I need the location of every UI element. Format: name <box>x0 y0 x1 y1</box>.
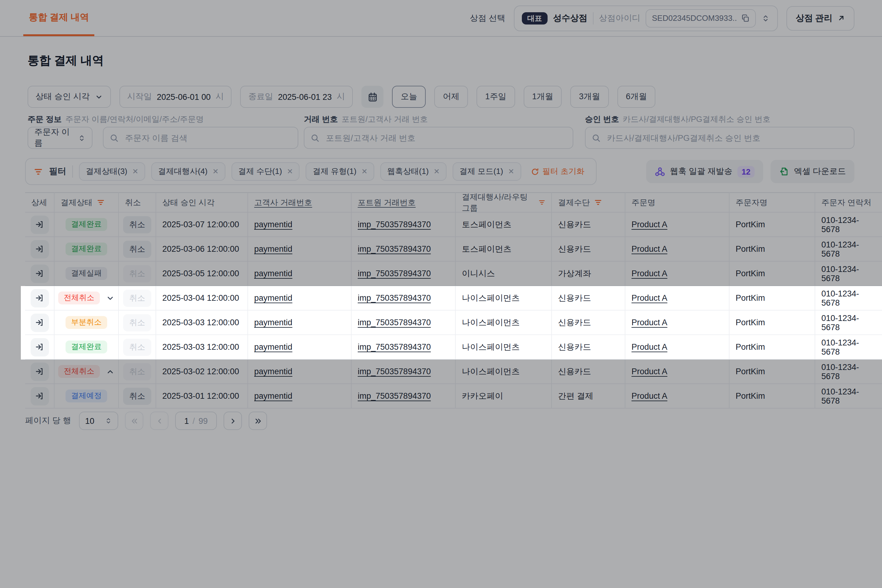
store-selector[interactable]: 대표 성수상점 상점아이디 SED02345DCOM3933.. <box>514 5 778 31</box>
last-page-button[interactable] <box>249 412 267 430</box>
customer-txn-link[interactable]: paymentid <box>254 318 292 327</box>
portone-txn-link[interactable]: imp_750357894370 <box>358 342 431 352</box>
customer-txn-link[interactable]: paymentid <box>254 392 292 400</box>
excel-download-button[interactable]: 엑셀 다운로드 <box>771 160 854 183</box>
close-icon[interactable]: ✕ <box>213 168 219 175</box>
detail-button[interactable] <box>30 387 49 405</box>
txn-search-input[interactable] <box>325 133 567 143</box>
quick-range-today[interactable]: 오늘 <box>392 86 426 108</box>
approved-time: 2025-03-02 12:00:00 <box>156 360 248 384</box>
order-name-link[interactable]: Product A <box>632 220 668 229</box>
calendar-button[interactable] <box>362 86 383 108</box>
expand-chevron-down-icon[interactable] <box>106 294 114 302</box>
order-search-input[interactable] <box>124 133 291 143</box>
quick-range-3month[interactable]: 3개월 <box>570 86 609 108</box>
detail-button[interactable] <box>30 240 49 258</box>
customer-txn-link[interactable]: paymentid <box>254 269 292 278</box>
order-name-link[interactable]: Product A <box>632 318 668 327</box>
order-name-link[interactable]: Product A <box>632 293 668 303</box>
detail-button[interactable] <box>30 313 49 332</box>
close-icon[interactable]: ✕ <box>287 168 293 175</box>
quick-range-1month[interactable]: 1개월 <box>524 86 562 108</box>
chip-payment-method[interactable]: 결제 수단(1)✕ <box>231 162 300 181</box>
payments-page: 통합 결제 내역 상점 선택 대표 성수상점 상점아이디 SED02345DCO… <box>0 0 882 588</box>
filter-funnel-icon <box>34 167 43 176</box>
header-approved-time: 상태 승인 시각 <box>156 192 248 213</box>
approval-title: 승인 번호 <box>585 114 619 125</box>
portone-txn-link[interactable]: imp_750357894370 <box>358 269 431 278</box>
chevron-updown-icon[interactable] <box>761 14 770 22</box>
filter-reset-button[interactable]: 필터 초기화 <box>527 165 588 178</box>
cancel-button[interactable]: 취소 <box>123 387 151 405</box>
page-indicator[interactable]: 1 / 99 <box>175 412 217 430</box>
portone-txn-link[interactable]: imp_750357894370 <box>358 367 431 376</box>
order-name-link[interactable]: Product A <box>632 367 668 376</box>
orderer-contact: 010-1234-5678 <box>815 310 882 335</box>
detail-button[interactable] <box>30 289 49 307</box>
cancel-button-disabled: 취소 <box>123 314 151 331</box>
header-portone-txn[interactable]: 포트원 거래번호 <box>352 192 456 213</box>
status-badge: 전체취소 <box>58 365 100 378</box>
chip-pg-provider[interactable]: 결제대행사(4)✕ <box>151 162 225 181</box>
approved-time: 2025-03-01 12:00:00 <box>156 384 248 408</box>
portone-txn-link[interactable]: imp_750357894370 <box>358 392 431 400</box>
open-detail-icon <box>35 293 44 303</box>
portone-txn-link[interactable]: imp_750357894370 <box>358 318 431 327</box>
close-icon[interactable]: ✕ <box>508 168 514 175</box>
expand-chevron-up-icon[interactable] <box>106 367 114 376</box>
quick-range-yesterday[interactable]: 어제 <box>434 86 468 108</box>
detail-button[interactable] <box>30 338 49 356</box>
chip-payment-type[interactable]: 결제 유형(1)✕ <box>306 162 374 181</box>
order-name-link[interactable]: Product A <box>632 392 668 400</box>
start-date-field[interactable]: 시작일 2025-06-01 00 시 <box>119 86 232 108</box>
open-detail-icon <box>35 392 44 400</box>
cancel-button[interactable]: 취소 <box>123 216 151 233</box>
header-status[interactable]: 결제상태 <box>54 192 119 213</box>
order-name-link[interactable]: Product A <box>632 269 668 278</box>
customer-txn-link[interactable]: paymentid <box>254 244 292 254</box>
detail-button[interactable] <box>30 362 49 381</box>
table-header-row: 상세 결제상태 취소 상태 승인 시각 고객사 거래번호 포트원 거래번호 결제… <box>25 192 882 213</box>
portone-txn-link[interactable]: imp_750357894370 <box>358 244 431 254</box>
cancel-button[interactable]: 취소 <box>123 240 151 258</box>
chip-payment-mode[interactable]: 결제 모드(1)✕ <box>453 162 521 181</box>
customer-txn-link[interactable]: paymentid <box>254 342 292 352</box>
store-id-label: 상점아이디 <box>599 12 640 24</box>
header-customer-txn[interactable]: 고객사 거래번호 <box>248 192 352 213</box>
close-icon[interactable]: ✕ <box>434 168 440 175</box>
close-icon[interactable]: ✕ <box>362 168 368 175</box>
quick-range-6month[interactable]: 6개월 <box>617 86 656 108</box>
portone-txn-link[interactable]: imp_750357894370 <box>358 220 431 229</box>
orderer-contact: 010-1234-5678 <box>815 237 882 261</box>
chevron-updown-icon <box>105 417 112 424</box>
webhook-bulk-resend-button[interactable]: 웹훅 일괄 재발송 12 <box>646 160 764 183</box>
header-method[interactable]: 결제수단 <box>552 192 626 213</box>
close-icon[interactable]: ✕ <box>132 168 138 175</box>
orderer-name: PortKim <box>729 237 815 261</box>
detail-button[interactable] <box>30 264 49 283</box>
order-field-select[interactable]: 주문자 이름 <box>28 127 93 149</box>
rows-per-page-select[interactable]: 10 <box>79 412 118 430</box>
time-type-dropdown[interactable]: 상태 승인 시각 <box>28 86 111 108</box>
next-page-button[interactable] <box>224 412 242 430</box>
customer-txn-link[interactable]: paymentid <box>254 367 292 376</box>
open-detail-icon <box>35 244 44 254</box>
copy-icon[interactable] <box>741 14 750 22</box>
header-detail: 상세 <box>25 192 54 213</box>
customer-txn-link[interactable]: paymentid <box>254 220 292 229</box>
chip-webhook-status[interactable]: 웹훅상태(1)✕ <box>380 162 447 181</box>
portone-txn-link[interactable]: imp_750357894370 <box>358 293 431 303</box>
chip-payment-status[interactable]: 결제상태(3)✕ <box>79 162 145 181</box>
end-date-field[interactable]: 종료일 2025-06-01 23 시 <box>240 86 353 108</box>
header-pg-provider[interactable]: 결제대행사/라우팅그룹 <box>456 192 552 213</box>
quick-range-1week[interactable]: 1주일 <box>477 86 515 108</box>
approval-search-input[interactable] <box>606 133 848 143</box>
store-manage-button[interactable]: 상점 관리 <box>786 6 854 30</box>
tab-integrated-payments[interactable]: 통합 결제 내역 <box>23 0 94 36</box>
order-name-link[interactable]: Product A <box>632 342 668 352</box>
customer-txn-link[interactable]: paymentid <box>254 293 292 303</box>
order-name-link[interactable]: Product A <box>632 244 668 254</box>
store-id-field[interactable]: SED02345DCOM3933.. <box>646 9 756 27</box>
orderer-name: PortKim <box>729 335 815 360</box>
detail-button[interactable] <box>30 215 49 234</box>
